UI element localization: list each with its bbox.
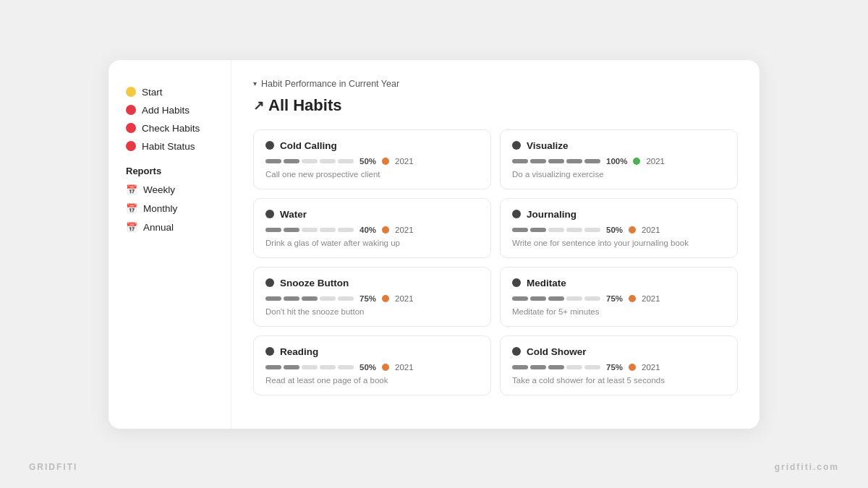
sidebar-item-monthly[interactable]: 📅 Monthly <box>123 200 216 218</box>
sidebar-item-label: Monthly <box>143 203 177 214</box>
habit-description: Call one new prospective client <box>265 170 479 179</box>
year-label: 2021 <box>642 294 660 303</box>
habit-progress-row: 40% 2021 <box>265 226 479 234</box>
progress-segment <box>512 296 528 301</box>
progress-bar <box>512 228 600 232</box>
habit-card-header: Cold Shower <box>512 346 726 357</box>
calendar-icon-annual: 📅 <box>126 222 137 234</box>
progress-segment <box>548 228 564 232</box>
habit-card-header: Snooze Button <box>265 278 479 288</box>
progress-bar <box>265 296 354 301</box>
progress-segment <box>584 296 600 301</box>
sidebar-item-label: Check Habits <box>142 123 200 134</box>
progress-segment <box>512 228 528 232</box>
sidebar-item-weekly[interactable]: 📅 Weekly <box>123 181 216 200</box>
sidebar: Start Add Habits Check Habits Habit Stat… <box>109 60 231 429</box>
habit-dot-icon <box>265 141 274 150</box>
habit-name: Meditate <box>527 278 566 288</box>
sidebar-item-habit-status[interactable]: Habit Status <box>123 137 216 155</box>
page-title: All Habits <box>268 96 341 115</box>
check-habits-dot-icon <box>126 123 136 133</box>
progress-segment <box>302 296 318 301</box>
habit-card: Water 40% 2021 Drink a glas of water aft… <box>253 198 491 258</box>
year-label: 2021 <box>395 157 414 166</box>
habit-name: Cold Calling <box>280 140 337 151</box>
all-habits-title: ↗ All Habits <box>253 96 738 115</box>
habit-name: Snooze Button <box>280 278 349 288</box>
progress-segment <box>584 365 600 369</box>
progress-segment <box>265 296 281 301</box>
progress-segment <box>584 159 600 163</box>
habit-progress-row: 75% 2021 <box>512 294 726 303</box>
sidebar-item-label: Weekly <box>143 184 175 195</box>
habit-card: Snooze Button 75% 2021 Don't hit the sno… <box>253 267 491 327</box>
habit-description: Don't hit the snooze button <box>265 307 479 316</box>
status-dot-icon <box>382 158 389 165</box>
progress-segment <box>530 365 546 369</box>
progress-segment <box>284 296 299 301</box>
sidebar-item-label: Add Habits <box>142 105 190 116</box>
brand-right: gridfiti.com <box>775 462 839 472</box>
habit-progress-row: 75% 2021 <box>265 294 479 303</box>
progress-segment <box>320 159 336 163</box>
progress-percent: 50% <box>359 157 376 166</box>
sidebar-item-annual[interactable]: 📅 Annual <box>123 218 216 237</box>
habit-card: Meditate 75% 2021 Meditate for 5+ minute… <box>500 267 738 327</box>
progress-segment <box>530 228 546 232</box>
habit-name: Journaling <box>527 209 576 220</box>
brand-left: GRIDFITI <box>29 462 77 472</box>
calendar-icon-monthly: 📅 <box>126 203 137 215</box>
habit-name: Cold Shower <box>527 346 587 357</box>
progress-segment <box>265 228 281 232</box>
habits-grid: Cold Calling 50% 2021 Call one new prosp… <box>253 129 738 395</box>
habit-card: Journaling 50% 2021 Write one for senten… <box>500 198 738 258</box>
progress-segment <box>338 365 354 369</box>
main-content: ▾ Habit Performance in Current Year ↗ Al… <box>231 60 760 429</box>
progress-segment <box>566 296 582 301</box>
arrow-icon: ↗ <box>253 98 264 114</box>
progress-segment <box>566 159 582 163</box>
progress-segment <box>320 228 336 232</box>
year-label: 2021 <box>395 226 414 234</box>
habit-card-header: Water <box>265 209 479 220</box>
progress-segment <box>530 296 546 301</box>
status-dot-icon <box>382 295 389 302</box>
status-dot-icon <box>629 226 636 234</box>
progress-segment <box>548 159 564 163</box>
progress-segment <box>265 365 281 369</box>
year-label: 2021 <box>642 363 660 372</box>
habit-dot-icon <box>265 347 274 356</box>
add-habits-dot-icon <box>126 105 136 115</box>
sidebar-item-label: Start <box>142 87 163 98</box>
reports-label: Reports <box>126 166 213 176</box>
progress-percent: 50% <box>359 363 376 372</box>
habit-card: Reading 50% 2021 Read at least one page … <box>253 335 491 395</box>
progress-percent: 75% <box>606 363 623 372</box>
habit-card-header: Journaling <box>512 209 726 220</box>
habit-description: Do a visualizing exercise <box>512 170 726 179</box>
progress-segment <box>284 159 299 163</box>
progress-segment <box>566 365 582 369</box>
app-container: Start Add Habits Check Habits Habit Stat… <box>109 60 760 429</box>
habit-card-header: Meditate <box>512 278 726 288</box>
progress-segment <box>284 365 299 369</box>
sidebar-item-label: Annual <box>143 222 174 233</box>
sidebar-item-add-habits[interactable]: Add Habits <box>123 101 216 119</box>
habit-description: Meditate for 5+ minutes <box>512 307 726 316</box>
triangle-icon: ▾ <box>253 80 257 87</box>
year-label: 2021 <box>395 363 414 372</box>
status-dot-icon <box>629 364 636 371</box>
progress-bar <box>512 296 600 301</box>
progress-segment <box>584 228 600 232</box>
sidebar-item-check-habits[interactable]: Check Habits <box>123 119 216 137</box>
habit-dot-icon <box>265 210 274 218</box>
habit-card-header: Visualize <box>512 140 726 151</box>
calendar-icon-weekly: 📅 <box>126 184 137 196</box>
progress-segment <box>302 365 318 369</box>
habit-description: Drink a glas of water after waking up <box>265 239 479 247</box>
year-label: 2021 <box>395 294 414 303</box>
start-dot-icon <box>126 87 136 97</box>
habit-name: Water <box>280 209 307 220</box>
progress-segment <box>302 228 318 232</box>
sidebar-item-start[interactable]: Start <box>123 83 216 101</box>
